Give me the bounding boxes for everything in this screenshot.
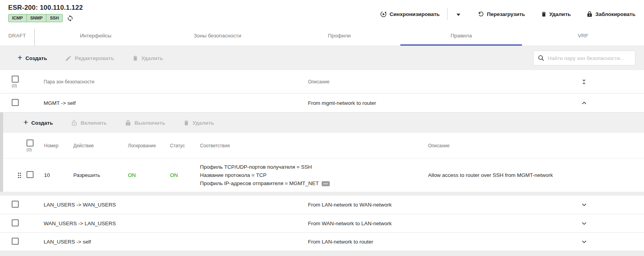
- device-title-block: ESR-200: 100.110.1.122 ICMP SNMP SSH: [8, 4, 83, 22]
- rule-number: 10: [41, 172, 70, 178]
- sync-icon: [380, 11, 387, 18]
- enable-rule-label: Включить: [81, 120, 107, 126]
- delete-rule-button[interactable]: Удалить: [183, 120, 214, 126]
- chevron-down-icon[interactable]: [581, 201, 587, 208]
- column-header-status: Статус: [167, 143, 197, 148]
- badge-snmp: SNMP: [27, 14, 47, 22]
- bottom-strip: [0, 251, 644, 256]
- protocol-badges: ICMP SNMP SSH: [8, 14, 63, 22]
- enable-rule-button[interactable]: Включить: [71, 119, 107, 126]
- zone-pairs-toolbar: + Создать Редактировать Удалить: [0, 46, 644, 70]
- create-rule-label: Создать: [31, 120, 53, 126]
- row-checkbox[interactable]: [12, 201, 19, 208]
- device-page: ESR-200: 100.110.1.122 ICMP SNMP SSH: [0, 0, 644, 256]
- column-header-number: Номер: [41, 143, 70, 148]
- trash-icon: [541, 11, 547, 18]
- rule-checkbox[interactable]: [27, 171, 34, 178]
- disable-rule-label: Выключить: [134, 120, 165, 126]
- more-icon[interactable]: [322, 181, 330, 186]
- rule-match-line: Профиль TCP/UDP-портов получателя = SSH: [200, 163, 425, 171]
- zone-pair-label: WAN_USERS -> LAN_USERS: [44, 221, 308, 226]
- device-header: ESR-200: 100.110.1.122 ICMP SNMP SSH: [0, 0, 644, 26]
- rules-selected-count: (0): [27, 147, 32, 152]
- chevron-down-icon[interactable]: [581, 220, 587, 227]
- zone-pair-row-lan-wan[interactable]: LAN_USERS -> WAN_USERS From LAN-network …: [0, 196, 644, 214]
- zone-pair-description: From mgmt-network to router: [308, 100, 578, 106]
- delete-device-button-label: Удалить: [549, 11, 571, 17]
- column-header-logging: Логирование: [125, 143, 167, 148]
- header-actions: Синхронизировать Перезагрузить Удалить: [380, 8, 635, 20]
- column-header-match: Соответствия: [197, 143, 425, 148]
- selected-count: (0): [12, 83, 17, 88]
- tab-security-zones[interactable]: Зоны безопасности: [157, 26, 279, 46]
- badge-icmp: ICMP: [8, 14, 27, 22]
- zone-pair-description: From LAN-network to WAN-network: [308, 202, 578, 208]
- rule-match-list: Профиль TCP/UDP-портов получателя = SSH …: [197, 159, 425, 191]
- disable-rule-button[interactable]: Выключить: [125, 119, 165, 126]
- zone-pair-row-wan-lan[interactable]: WAN_USERS -> LAN_USERS From WAN-network …: [0, 214, 644, 232]
- delete-rule-label: Удалить: [193, 120, 214, 126]
- plus-icon: +: [18, 54, 22, 61]
- tab-profiles[interactable]: Профили: [278, 26, 400, 46]
- zone-pair-label: MGMT -> self: [44, 100, 308, 106]
- sync-dropdown-button[interactable]: [454, 10, 463, 19]
- column-header-rule-description: Описание: [425, 143, 644, 148]
- search-input[interactable]: [548, 55, 631, 61]
- zone-pair-row-lan-self[interactable]: LAN_USERS -> self From LAN-network to ro…: [0, 232, 644, 251]
- lock-closed-icon: [125, 119, 131, 126]
- tab-bar: DRAFT Интерфейсы Зоны безопасности Профи…: [0, 26, 644, 46]
- badge-ssh: SSH: [46, 14, 63, 22]
- delete-zone-pair-button[interactable]: Удалить: [132, 55, 163, 62]
- zone-pair-label: LAN_USERS -> self: [44, 239, 308, 245]
- rule-action: Разрешить: [70, 172, 125, 178]
- rule-description: Allow access to router over SSH from MGM…: [425, 172, 644, 178]
- rule-match-line: Профиль IP-адресов отправителя = MGMT_NE…: [200, 179, 425, 187]
- search-icon: [538, 55, 545, 62]
- drag-handle-icon[interactable]: [17, 172, 22, 179]
- edit-zone-pair-label: Редактировать: [75, 55, 114, 61]
- draft-label: DRAFT: [0, 26, 34, 46]
- zone-pairs-table-header: (0) Пара зон безопасности Описание: [0, 70, 644, 94]
- zone-pair-label: LAN_USERS -> WAN_USERS: [44, 202, 308, 208]
- edit-zone-pair-button[interactable]: Редактировать: [65, 55, 114, 62]
- tab-interfaces[interactable]: Интерфейсы: [35, 26, 157, 46]
- create-rule-button[interactable]: + Создать: [23, 120, 53, 126]
- panel-gap: [0, 192, 644, 196]
- rule-row[interactable]: 10 Разрешить ON ON Профиль TCP/UDP-порто…: [3, 158, 644, 192]
- chevron-up-icon[interactable]: [581, 100, 587, 106]
- create-zone-pair-button[interactable]: + Создать: [18, 55, 47, 61]
- page-title: ESR-200: 100.110.1.122: [8, 4, 83, 12]
- rules-table-header: (0) Номер Действие Логирование Статус Со…: [3, 133, 644, 158]
- header-divider: [447, 8, 448, 20]
- tab-rules[interactable]: Правила: [400, 26, 522, 46]
- lock-device-button-label: Заблокировать: [595, 11, 635, 17]
- row-checkbox[interactable]: [12, 99, 19, 106]
- select-all-checkbox[interactable]: [12, 76, 19, 83]
- column-header-pair: Пара зон безопасности: [44, 79, 308, 85]
- column-header-action: Действие: [70, 143, 125, 148]
- rule-status-value: ON: [167, 172, 197, 178]
- rule-match-line: Название протокола = TCP: [200, 171, 425, 179]
- collapse-all-icon[interactable]: [581, 79, 587, 85]
- chevron-down-icon[interactable]: [581, 238, 587, 245]
- zone-pair-description: From LAN-network to router: [308, 239, 578, 245]
- reboot-icon: [478, 11, 485, 18]
- select-all-rules-checkbox[interactable]: [27, 139, 34, 147]
- delete-device-button[interactable]: Удалить: [541, 11, 571, 18]
- sync-button[interactable]: Синхронизировать: [380, 11, 440, 18]
- pencil-icon: [65, 55, 72, 62]
- caret-down-icon: [456, 14, 460, 16]
- row-checkbox[interactable]: [12, 219, 19, 226]
- trash-icon: [132, 55, 138, 62]
- lock-device-button[interactable]: Заблокировать: [586, 11, 635, 18]
- reboot-button[interactable]: Перезагрузить: [478, 11, 525, 18]
- delete-zone-pair-label: Удалить: [142, 55, 163, 61]
- search-box: [533, 51, 635, 65]
- column-header-description: Описание: [308, 79, 578, 85]
- zone-pair-row-mgmt-self[interactable]: MGMT -> self From mgmt-network to router: [0, 94, 644, 112]
- plus-icon: +: [23, 119, 28, 126]
- row-checkbox[interactable]: [12, 238, 19, 245]
- refresh-status-icon[interactable]: [67, 15, 74, 22]
- tab-vrf[interactable]: VRF: [522, 26, 644, 46]
- rule-logging-value: ON: [125, 172, 167, 178]
